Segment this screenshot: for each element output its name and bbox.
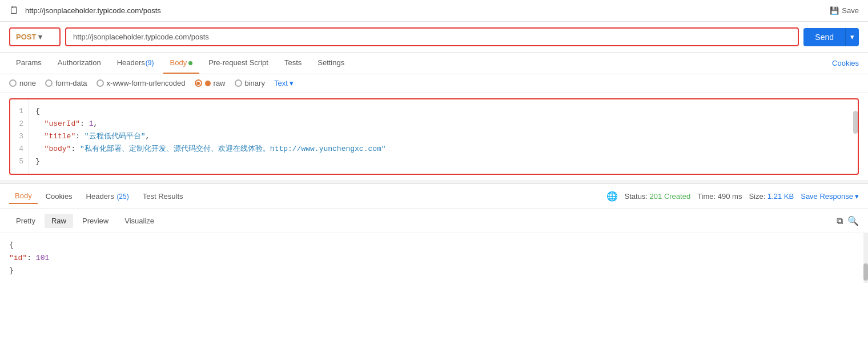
- radio-none: [9, 79, 17, 87]
- response-line-3: }: [9, 265, 859, 277]
- search-icon[interactable]: 🔍: [847, 215, 859, 226]
- code-editor[interactable]: 1 2 3 4 5 { "userId": 1, "title": "云程低代码…: [9, 98, 859, 175]
- code-lines: 1 2 3 4 5 { "userId": 1, "title": "云程低代码…: [10, 99, 858, 174]
- response-tab-cookies[interactable]: Cookies: [40, 189, 78, 203]
- code-line-2: "userId": 1,: [35, 118, 851, 130]
- tab-body[interactable]: Body: [163, 53, 200, 74]
- response-scrollbar-track[interactable]: [863, 233, 868, 282]
- response-tab-headers[interactable]: Headers (25): [81, 189, 135, 203]
- response-scrollbar-thumb: [863, 263, 868, 281]
- response-tabs-bar: Body Cookies Headers (25) Test Results 🌐…: [0, 184, 868, 209]
- text-type-chevron-icon: ▾: [290, 79, 294, 87]
- size-value: 1.21 KB: [767, 192, 794, 201]
- view-tab-visualize[interactable]: Visualize: [118, 214, 161, 228]
- status-value: 201 Created: [650, 192, 691, 201]
- headers-badge: (25): [116, 193, 128, 201]
- tab-settings[interactable]: Settings: [311, 53, 351, 74]
- url-value: http://jsonplaceholder.typicode.com/post…: [73, 33, 209, 41]
- request-icon: 🗒: [9, 5, 19, 17]
- radio-binary: [235, 79, 242, 87]
- code-line-1: {: [35, 105, 851, 118]
- url-bar: POST ▾ http://jsonplaceholder.typicode.c…: [0, 22, 868, 53]
- body-type-urlencoded[interactable]: x-www-form-urlencoded: [97, 79, 186, 87]
- body-active-dot: [188, 61, 192, 65]
- response-body-wrapper: { "id": 101 }: [0, 233, 868, 282]
- code-line-4: "body": "私有化部署、定制化开发、源代码交付、欢迎在线体验。http:/…: [35, 143, 851, 155]
- radio-urlencoded: [97, 79, 104, 87]
- send-button-group: Send ▾: [803, 28, 859, 46]
- response-line-2: "id": 101: [9, 252, 859, 265]
- url-input[interactable]: http://jsonplaceholder.typicode.com/post…: [65, 27, 799, 46]
- response-line-1: {: [9, 239, 859, 251]
- code-line-3: "title": "云程低代码平台",: [35, 130, 851, 143]
- send-dropdown-button[interactable]: ▾: [845, 28, 859, 46]
- view-tab-raw[interactable]: Raw: [45, 214, 73, 228]
- globe-icon: 🌐: [606, 191, 618, 202]
- body-type-binary[interactable]: binary: [235, 79, 265, 87]
- tab-params[interactable]: Params: [9, 53, 49, 74]
- response-tab-body[interactable]: Body: [9, 189, 38, 204]
- text-type-dropdown[interactable]: Text ▾: [274, 79, 294, 87]
- response-actions: ⧉ 🔍: [837, 215, 859, 226]
- response-body: { "id": 101 }: [0, 233, 868, 282]
- tab-pre-request[interactable]: Pre-request Script: [202, 53, 275, 74]
- method-chevron-icon: ▾: [38, 33, 42, 41]
- save-response-button[interactable]: Save Response ▾: [801, 192, 859, 201]
- response-meta: 🌐 Status: 201 Created Time: 490 ms Size:…: [606, 191, 859, 202]
- radio-form-data: [45, 79, 53, 87]
- body-type-form-data[interactable]: form-data: [45, 79, 87, 87]
- top-bar: 🗒 http://jsonplaceholder.typicode.com/po…: [0, 0, 868, 22]
- raw-dot: [205, 81, 211, 86]
- method-label: POST: [16, 33, 36, 41]
- tab-tests[interactable]: Tests: [278, 53, 308, 74]
- line-numbers: 1 2 3 4 5: [10, 99, 29, 174]
- radio-raw: [195, 79, 202, 87]
- time-value: 490 ms: [718, 192, 742, 201]
- code-content[interactable]: { "userId": 1, "title": "云程低代码平台", "body…: [29, 99, 858, 174]
- save-icon: 💾: [830, 6, 839, 15]
- send-button[interactable]: Send: [803, 28, 845, 46]
- view-tab-pretty[interactable]: Pretty: [9, 214, 42, 228]
- tab-authorization[interactable]: Authorization: [51, 53, 108, 74]
- body-type-row: none form-data x-www-form-urlencoded raw…: [0, 74, 868, 93]
- cookies-link[interactable]: Cookies: [832, 59, 859, 67]
- tab-headers[interactable]: Headers(9): [110, 53, 161, 74]
- save-label: Save: [842, 6, 859, 15]
- view-tab-preview[interactable]: Preview: [75, 214, 115, 228]
- request-tabs: Params Authorization Headers(9) Body Pre…: [0, 53, 868, 74]
- save-button[interactable]: 💾 Save: [830, 6, 859, 15]
- editor-scrollbar[interactable]: [853, 111, 858, 134]
- method-dropdown[interactable]: POST ▾: [9, 27, 61, 46]
- body-type-none[interactable]: none: [9, 79, 36, 87]
- save-response-chevron-icon: ▾: [855, 192, 859, 201]
- top-bar-left: 🗒 http://jsonplaceholder.typicode.com/po…: [9, 5, 161, 17]
- top-bar-url: http://jsonplaceholder.typicode.com/post…: [25, 6, 161, 15]
- copy-icon[interactable]: ⧉: [837, 216, 843, 226]
- body-type-raw[interactable]: raw: [195, 79, 226, 87]
- text-type-label: Text: [274, 79, 288, 87]
- code-line-5: }: [35, 155, 851, 168]
- response-view-tabs: Pretty Raw Preview Visualize ⧉ 🔍: [0, 209, 868, 233]
- response-tab-test-results[interactable]: Test Results: [137, 189, 189, 203]
